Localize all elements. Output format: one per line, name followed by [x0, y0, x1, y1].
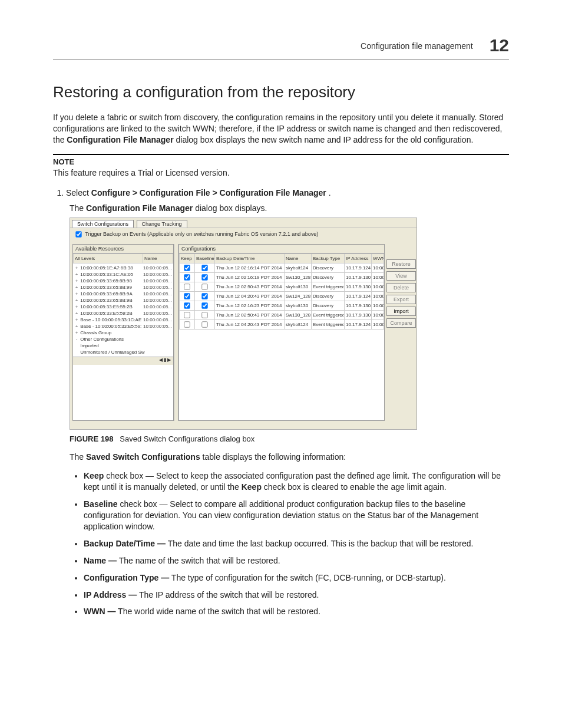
note-text: This feature requires a Trial or License… [53, 167, 509, 179]
text: check box is cleared to enable the age l… [264, 482, 447, 492]
resource-tree[interactable]: + 10:00:00:05:1E:A7:6B:38 10:00:00:05...… [73, 263, 173, 357]
scrollbar[interactable]: ◀ ▮ ▶ [73, 357, 173, 365]
export-button[interactable]: Export [386, 295, 416, 304]
table-row[interactable]: Thu Jun 12 02:16:23 PDT 2014skybolt130Di… [180, 301, 384, 310]
table-row[interactable]: Thu Jun 12 02:16:14 PDT 2014skybolt124Di… [180, 263, 384, 272]
tree-row[interactable]: + Base - 10:00:00:05:33:E5:59: 10:00:00:… [74, 323, 172, 330]
trigger-row: Trigger Backup on Events (Applicable onl… [70, 228, 416, 244]
intro-paragraph: If you delete a fabric or switch from di… [53, 112, 509, 146]
view-button[interactable]: View [386, 271, 416, 281]
figure-screenshot: Switch Configurations Change Tracking Tr… [70, 218, 417, 430]
col-name[interactable]: Name [143, 253, 173, 263]
tree-row[interactable]: + 10:00:00:05:33:65:8B:98 10:00:00:05... [74, 278, 172, 284]
list-item: Keep check box — Select to keep the asso… [84, 470, 509, 493]
restore-button[interactable]: Restore [386, 259, 416, 269]
table-intro: The Saved Switch Configurations table di… [70, 452, 509, 463]
text: Select [66, 188, 91, 197]
col-backup-date[interactable]: Backup Date/Time [215, 253, 285, 263]
baseline-checkbox[interactable] [201, 302, 207, 308]
keep-checkbox[interactable] [184, 302, 190, 308]
text: The [70, 203, 86, 213]
table-row[interactable]: Thu Jun 12 02:16:19 PDT 2014Sw130_128Dis… [180, 272, 384, 282]
tree-row[interactable]: + Chassis Group [74, 330, 172, 336]
keep-checkbox[interactable] [184, 312, 190, 318]
compare-button[interactable]: Compare [386, 318, 416, 328]
steps-list: Select Configure > Configuration File > … [53, 188, 509, 197]
import-button[interactable]: Import [386, 307, 416, 316]
tree-row[interactable]: + 10:00:00:05:33:65:8B:9B 10:00:00:05... [74, 297, 172, 304]
text: . [329, 188, 331, 197]
text-bold: Keep [84, 471, 104, 480]
tree-row[interactable]: Unmonitored / Unmanaged Sw [74, 349, 172, 355]
tree-row[interactable]: + 10:00:00:05:1E:A7:6B:38 10:00:00:05... [74, 265, 172, 271]
col-wwn[interactable]: WWN [372, 253, 384, 263]
list-item: IP Address — The IP address of the switc… [84, 589, 509, 601]
keep-checkbox[interactable] [184, 265, 190, 271]
text: The world wide name of the switch that w… [118, 607, 320, 616]
tree-row[interactable]: + 10:00:00:05:33:E5:55:2B 10:00:00:05... [74, 304, 172, 310]
text-bold: Saved Switch Configurations [86, 452, 200, 462]
col-all-levels[interactable]: All Levels [74, 253, 143, 263]
keep-checkbox[interactable] [184, 284, 190, 289]
tab-change-tracking[interactable]: Change Tracking [137, 220, 187, 228]
list-item: Configuration Type — The type of configu… [84, 572, 509, 584]
baseline-checkbox[interactable] [201, 293, 207, 299]
text-bold: Keep [242, 482, 262, 492]
text: dialog box displays the new switch name … [176, 135, 473, 144]
figure-caption-text: Saved Switch Configurations dialog box [120, 434, 254, 443]
baseline-checkbox[interactable] [201, 321, 207, 327]
configurations-pane: Configurations Keep Baseline Backup Date… [178, 244, 385, 421]
text: The date and time the last backup occurr… [168, 539, 474, 548]
tab-strip: Switch Configurations Change Tracking [70, 218, 416, 228]
col-ip[interactable]: IP Address [345, 253, 372, 263]
col-name[interactable]: Name [285, 253, 312, 263]
list-item: WWN — The world wide name of the switch … [84, 606, 509, 617]
figure-caption: FIGURE 198 Saved Switch Configurations d… [70, 434, 509, 443]
baseline-checkbox[interactable] [201, 284, 207, 289]
tree-row[interactable]: + 10:00:00:05:33:E5:59:2B 10:00:00:05... [74, 310, 172, 317]
trigger-backup-label: Trigger Backup on Events (Applicable onl… [85, 230, 318, 236]
pane-title: Available Resources [73, 245, 173, 253]
table-row[interactable]: Thu Jun 12 02:50:43 PDT 2014skybolt130Ev… [180, 282, 384, 291]
step-1-sub: The Configuration File Manager dialog bo… [70, 203, 509, 213]
col-keep[interactable]: Keep [180, 253, 195, 263]
col-baseline[interactable]: Baseline [195, 253, 215, 263]
table-row[interactable]: Thu Jun 12 04:20:43 PDT 2014skybolt124Ev… [180, 319, 384, 329]
tree-row[interactable]: + 10:00:00:05:33:65:8B:99 10:00:00:05... [74, 284, 172, 291]
baseline-checkbox[interactable] [201, 265, 207, 271]
table-row[interactable]: Thu Jun 12 02:50:43 PDT 2014Sw130_128Eve… [180, 310, 384, 319]
available-resources-pane: Available Resources All Levels Name + 10… [72, 244, 174, 421]
tree-row[interactable]: + Base - 10:00:00:05:33:1C:AE 10:00:00:0… [74, 317, 172, 323]
splitter[interactable] [174, 244, 178, 421]
tree-row[interactable]: Imported [74, 342, 172, 349]
baseline-checkbox[interactable] [201, 312, 207, 318]
keep-checkbox[interactable] [184, 293, 190, 299]
text: dialog box displays. [195, 203, 267, 213]
tree-row[interactable]: - Other Configurations [74, 336, 172, 342]
running-header: Configuration file management 12 [53, 35, 509, 55]
keep-checkbox[interactable] [184, 321, 190, 327]
text: table displays the following information… [203, 452, 346, 462]
running-header-title: Configuration file management [361, 41, 473, 51]
step-1: Select Configure > Configuration File > … [66, 188, 509, 197]
text: The IP address of the switch that will b… [139, 590, 319, 599]
section-title: Restoring a configuration from the repos… [53, 83, 509, 101]
tree-row[interactable]: + 10:00:00:05:33:65:8B:9A 10:00:00:05... [74, 291, 172, 297]
text: The type of configuration for the switch… [171, 573, 446, 582]
baseline-checkbox[interactable] [201, 274, 207, 280]
text-bold: Baseline [84, 499, 118, 509]
list-item: Name — The name of the switch that will … [84, 555, 509, 566]
text-bold: Configuration Type — [84, 573, 169, 582]
delete-button[interactable]: Delete [386, 283, 416, 292]
tab-switch-configurations[interactable]: Switch Configurations [72, 220, 134, 228]
list-item: Backup Date/Time — The date and time the… [84, 538, 509, 549]
table-row[interactable]: Thu Jun 12 04:20:43 PDT 2014Sw124_128Dis… [180, 291, 384, 301]
text-bold: Configuration File Manager [67, 135, 173, 144]
trigger-backup-checkbox[interactable] [75, 231, 81, 237]
text-bold: Configuration File Manager [86, 203, 193, 213]
rule [53, 59, 509, 60]
keep-checkbox[interactable] [184, 274, 190, 280]
col-backup-type[interactable]: Backup Type [312, 253, 345, 263]
text-bold: Configure > Configuration File > Configu… [91, 188, 326, 197]
tree-row[interactable]: + 10:00:00:05:33:1C:AE:05 10:00:00:05... [74, 271, 172, 278]
